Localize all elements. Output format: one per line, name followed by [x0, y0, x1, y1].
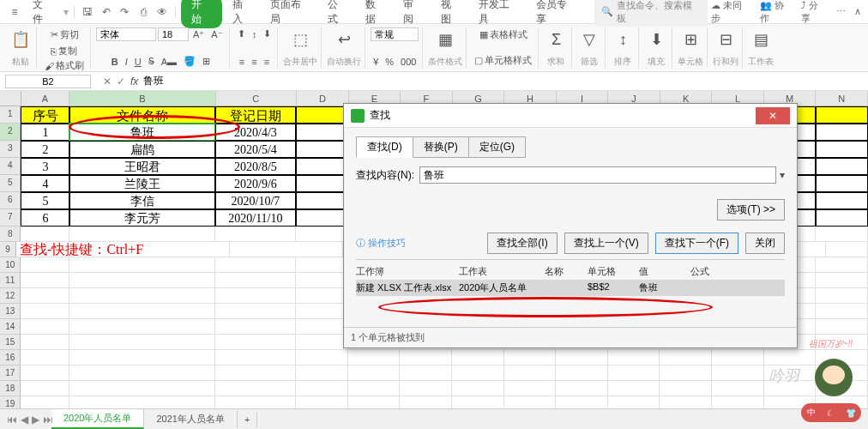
cell[interactable]: 鲁班 [69, 124, 214, 141]
increase-font-icon[interactable]: A⁺ [190, 27, 207, 41]
sheet-tab-2020[interactable]: 2020年人员名单 [51, 409, 144, 429]
cell[interactable] [556, 381, 608, 396]
cell[interactable] [215, 227, 296, 242]
filter-icon[interactable]: ▽ [577, 27, 601, 51]
cell[interactable] [452, 381, 504, 396]
cell[interactable] [296, 124, 348, 141]
find-input[interactable] [419, 166, 776, 184]
cell[interactable] [504, 366, 557, 381]
sheet-nav-last-icon[interactable]: ⏭ [43, 414, 53, 426]
add-sheet-button[interactable]: + [238, 412, 257, 427]
bold-button[interactable]: B [109, 55, 121, 68]
sync-status[interactable]: ☁ 未同步 [711, 0, 751, 25]
fx-icon[interactable]: fx [130, 76, 138, 88]
cell[interactable] [296, 350, 348, 366]
cell[interactable] [660, 381, 712, 396]
row-header[interactable]: 17 [0, 366, 21, 381]
redo-icon[interactable]: ↷ [117, 4, 132, 20]
cell[interactable] [296, 381, 348, 396]
cell[interactable] [69, 350, 214, 366]
cell[interactable] [21, 288, 69, 304]
table-style-button[interactable]: ▦ 表格样式 [477, 27, 530, 42]
cell[interactable] [816, 257, 868, 273]
font-size-select[interactable] [158, 27, 189, 41]
align-center-icon[interactable]: ≡ [249, 56, 259, 68]
collapse-ribbon-icon[interactable]: ∧ [854, 6, 861, 17]
sheet-nav-prev-icon[interactable]: ◀ [21, 414, 28, 426]
format-painter[interactable]: 🖌 格式刷 [42, 58, 87, 73]
dialog-titlebar[interactable]: 查找 ✕ [344, 104, 797, 128]
cell[interactable] [826, 242, 868, 257]
tab-replace[interactable]: 替换(P) [413, 136, 469, 158]
print-icon[interactable]: ⎙ [136, 4, 151, 20]
col-header-C[interactable]: C [216, 91, 298, 106]
cell[interactable] [816, 227, 868, 242]
row-header[interactable]: 8 [0, 227, 21, 242]
copy-button[interactable]: ⎘ 复制 [48, 44, 81, 58]
cell[interactable] [712, 381, 764, 396]
cell[interactable] [215, 335, 296, 350]
cell[interactable] [215, 381, 296, 396]
menu-file[interactable]: 文件 [26, 0, 60, 28]
cell[interactable]: 文件名称 [69, 106, 214, 124]
cell[interactable] [215, 366, 296, 381]
border-button[interactable]: ⊞ [200, 55, 213, 68]
cell[interactable] [660, 350, 712, 366]
cell-style-button[interactable]: ▢ 单元格样式 [472, 53, 534, 68]
save-icon[interactable]: 🖫 [80, 4, 95, 20]
cell[interactable] [816, 192, 868, 209]
name-box[interactable] [5, 75, 91, 88]
find-prev-button[interactable]: 查找上一个(V) [564, 233, 648, 254]
cell[interactable]: 4 [21, 175, 69, 192]
cell[interactable] [816, 273, 868, 288]
cell[interactable] [69, 257, 214, 273]
font-family-select[interactable] [96, 27, 156, 41]
cell[interactable]: 2020/8/5 [215, 158, 296, 175]
cell[interactable] [296, 175, 348, 192]
cell[interactable] [69, 304, 214, 319]
row-header[interactable]: 12 [0, 288, 21, 304]
comma-icon[interactable]: 000 [398, 56, 419, 68]
cell[interactable] [660, 366, 712, 381]
cell[interactable] [21, 381, 69, 396]
cell[interactable] [296, 192, 348, 209]
cell[interactable] [21, 304, 69, 319]
share-button[interactable]: ⤴ 分享 [801, 0, 828, 25]
cell[interactable] [21, 273, 69, 288]
align-bot-icon[interactable]: ⬇ [261, 27, 274, 40]
cell[interactable]: 序号 [21, 106, 69, 124]
sheet-nav-first-icon[interactable]: ⏮ [7, 414, 17, 426]
cell[interactable] [712, 350, 764, 366]
wrap-icon[interactable]: ↩ [332, 27, 356, 51]
close-button[interactable]: 关闭 [745, 233, 785, 254]
cell[interactable] [296, 158, 348, 175]
row-header[interactable]: 4 [0, 158, 21, 175]
cell[interactable] [296, 288, 348, 304]
find-all-button[interactable]: 查找全部(I) [487, 233, 557, 254]
coop-button[interactable]: 👥 协作 [760, 0, 793, 25]
tab-find[interactable]: 查找(D) [356, 136, 413, 158]
cell[interactable] [21, 319, 69, 335]
sort-icon[interactable]: ↕ [611, 27, 635, 51]
cell[interactable] [608, 350, 660, 366]
merge-icon[interactable]: ⬚ [288, 27, 312, 51]
cell[interactable]: 兰陵王 [69, 175, 214, 192]
col-header-N[interactable]: N [816, 91, 868, 106]
cell[interactable] [21, 257, 69, 273]
cellgrp-icon[interactable]: ⊞ [678, 27, 702, 51]
cell[interactable] [816, 288, 868, 304]
cell[interactable]: 登记日期 [215, 106, 296, 124]
cell[interactable] [348, 350, 401, 366]
row-header[interactable]: 1 [0, 106, 21, 124]
col-header-B[interactable]: B [69, 91, 215, 106]
row-header[interactable]: 16 [0, 350, 21, 366]
cell[interactable]: 李信 [69, 192, 214, 209]
row-header[interactable]: 6 [0, 192, 21, 209]
cond-format-icon[interactable]: ▦ [433, 27, 457, 51]
dialog-close-button[interactable]: ✕ [756, 107, 790, 124]
app-menu-icon[interactable]: ≡ [7, 4, 22, 20]
menu-start[interactable]: 开始 [181, 0, 222, 28]
cell[interactable]: 1 [21, 124, 69, 141]
menu-view[interactable]: 视图 [434, 0, 468, 28]
cell[interactable]: 2020/9/6 [215, 175, 296, 192]
